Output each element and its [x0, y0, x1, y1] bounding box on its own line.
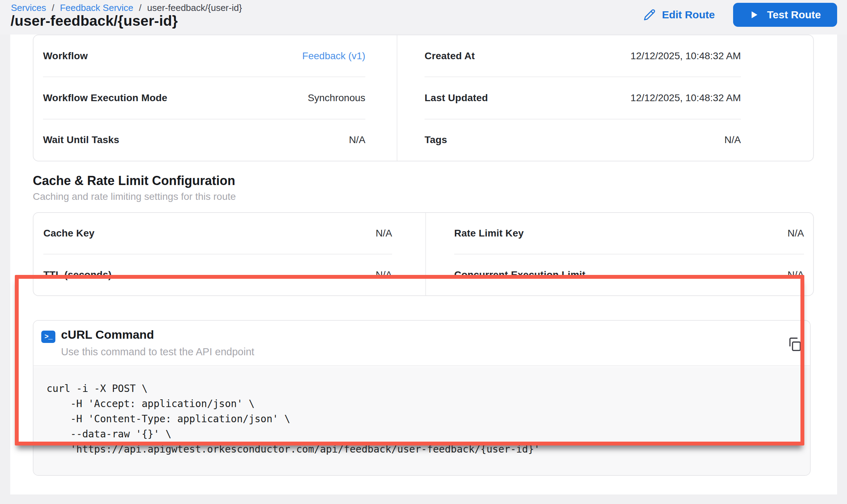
cache-right-column: Rate Limit Key N/A Concurrent Execution … [426, 213, 813, 295]
detail-row: Tags N/A [425, 119, 741, 161]
row-label: Concurrent Execution Limit [454, 269, 585, 281]
copy-icon [787, 336, 802, 352]
cache-rate-limit-card: Cache Key N/A TTL (seconds) N/A Rate Lim… [33, 212, 814, 296]
terminal-icon: >_ [41, 331, 55, 343]
edit-route-label: Edit Route [662, 9, 715, 21]
row-label: TTL (seconds) [43, 269, 111, 281]
row-label: Workflow Execution Mode [43, 92, 167, 104]
details-left-column: Workflow Feedback (v1) Workflow Executio… [33, 35, 397, 161]
code-line: --data-raw '{}' \ [47, 426, 810, 442]
curl-code-block: curl -i -X POST \ -H 'Accept: applicatio… [33, 367, 810, 475]
row-value: Synchronous [308, 92, 365, 104]
row-value: N/A [349, 134, 365, 146]
breadcrumb-link-feedback-service[interactable]: Feedback Service [60, 2, 133, 13]
row-value: N/A [724, 134, 741, 146]
code-line: -H 'Accept: application/json' \ [47, 396, 810, 411]
detail-row: TTL (seconds) N/A [43, 254, 392, 295]
breadcrumb-current: user-feedback/{user-id} [147, 2, 242, 13]
header-actions: Edit Route Test Route [644, 3, 837, 27]
pencil-icon [644, 9, 656, 21]
row-label: Created At [425, 50, 475, 62]
details-right-column: Created At 12/12/2025, 10:48:32 AM Last … [397, 35, 813, 161]
row-value: 12/12/2025, 10:48:32 AM [630, 92, 741, 104]
page-title: /user-feedback/{user-id} [11, 13, 178, 29]
test-route-button[interactable]: Test Route [733, 3, 837, 27]
content-panel: Workflow Feedback (v1) Workflow Executio… [10, 35, 837, 494]
cache-section-subtitle: Caching and rate limiting settings for t… [33, 191, 236, 202]
cache-section-title: Cache & Rate Limit Configuration [33, 173, 235, 188]
cache-left-column: Cache Key N/A TTL (seconds) N/A [33, 213, 426, 295]
row-value: 12/12/2025, 10:48:32 AM [630, 50, 741, 62]
row-label: Tags [425, 134, 447, 146]
detail-row: Wait Until Tasks N/A [43, 119, 365, 161]
detail-row: Rate Limit Key N/A [454, 213, 804, 254]
detail-row: Concurrent Execution Limit N/A [454, 254, 804, 295]
code-line: curl -i -X POST \ [47, 381, 810, 396]
curl-command-card: >_ cURL Command Use this command to test… [33, 320, 811, 476]
breadcrumb-link-services[interactable]: Services [11, 2, 46, 13]
row-label: Wait Until Tasks [43, 134, 119, 146]
test-route-label: Test Route [767, 9, 821, 21]
row-label: Last Updated [425, 92, 488, 104]
row-value: N/A [376, 228, 392, 239]
play-icon [749, 10, 758, 19]
detail-row: Last Updated 12/12/2025, 10:48:32 AM [425, 76, 741, 118]
detail-row: Workflow Execution Mode Synchronous [43, 76, 365, 118]
workflow-link[interactable]: Feedback (v1) [302, 50, 365, 62]
detail-row: Created At 12/12/2025, 10:48:32 AM [425, 35, 741, 76]
row-value: N/A [787, 228, 804, 239]
row-label: Workflow [43, 50, 88, 62]
row-value: N/A [787, 269, 804, 281]
row-label: Rate Limit Key [454, 228, 524, 239]
header-bar: Services / Feedback Service / user-feedb… [0, 0, 847, 35]
row-value: N/A [376, 269, 392, 281]
copy-button[interactable] [785, 335, 804, 353]
edit-route-button[interactable]: Edit Route [644, 9, 715, 21]
code-line: 'https://api.apigwtest.orkesconductor.co… [47, 442, 810, 457]
detail-row: Cache Key N/A [43, 213, 392, 254]
curl-card-title: cURL Command [61, 328, 154, 342]
route-details-card: Workflow Feedback (v1) Workflow Executio… [33, 35, 814, 161]
detail-row: Workflow Feedback (v1) [43, 35, 365, 76]
curl-card-subtitle: Use this command to test the API endpoin… [61, 346, 254, 358]
row-label: Cache Key [43, 228, 95, 239]
code-line: -H 'Content-Type: application/json' \ [47, 411, 810, 426]
breadcrumb-separator: / [139, 2, 141, 13]
breadcrumb: Services / Feedback Service / user-feedb… [11, 2, 242, 13]
curl-card-header: >_ cURL Command Use this command to test… [33, 321, 810, 366]
breadcrumb-separator: / [52, 2, 54, 13]
